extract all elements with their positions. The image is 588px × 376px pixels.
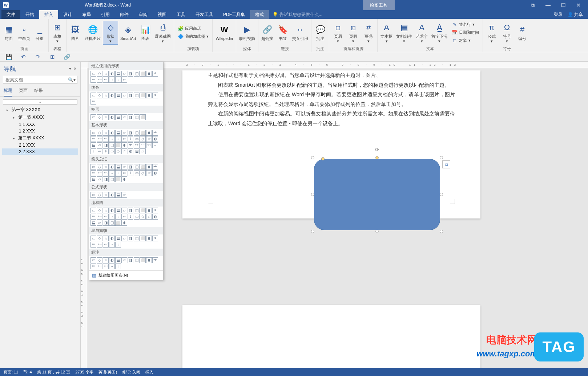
tab-review[interactable]: 审阅 (134, 10, 153, 19)
shape-option[interactable]: ⬵ (90, 99, 96, 105)
shape-option[interactable]: ⬻ (103, 242, 109, 248)
shape-option[interactable]: ⬻ (103, 170, 109, 176)
table-button[interactable]: ⊞表格▾ (50, 21, 65, 45)
shape-option[interactable]: ◇ (97, 130, 102, 136)
nav-close-button[interactable]: ✕ (73, 66, 77, 71)
resize-handle[interactable] (440, 193, 443, 196)
footer-button[interactable]: ⧈页脚▾ (346, 21, 361, 45)
shape-option[interactable]: ⬻ (146, 142, 152, 148)
shape-option[interactable]: ▭ (134, 214, 140, 220)
shape-option[interactable]: ⬻ (103, 263, 109, 269)
shape-option[interactable]: ▭ (90, 164, 96, 170)
tab-pdf-tools[interactable]: PDF工具集 (218, 10, 250, 19)
shape-option[interactable]: ⬜ (115, 220, 121, 226)
tree-item[interactable]: 1.1 XXX (2, 121, 78, 128)
shape-option[interactable]: ⇐ (121, 77, 127, 83)
shape-option[interactable]: ⬜ (140, 114, 146, 120)
shape-option[interactable]: ⇓ (103, 148, 109, 154)
tab-developer[interactable]: 开发工具 (190, 10, 218, 19)
shape-option[interactable]: ▭ (109, 148, 115, 154)
shape-option[interactable]: ▭ (90, 71, 96, 77)
shape-option[interactable]: ⬮ (146, 236, 152, 241)
shape-option[interactable]: ◇ (97, 114, 102, 120)
shape-option[interactable]: ▱ (121, 114, 127, 120)
tree-item[interactable]: 2.1 XXX (2, 142, 78, 148)
shape-option[interactable]: ↓ (115, 263, 121, 269)
shape-option[interactable]: ◫ (134, 93, 140, 98)
save-button[interactable]: 💾 (4, 53, 13, 61)
tree-item[interactable]: ▸第一章 XXXXX (2, 106, 78, 114)
signature-line-button[interactable]: ✎签名行 ▾ (450, 21, 481, 29)
resize-handle[interactable] (311, 156, 314, 159)
shape-option[interactable]: ⬜ (140, 93, 146, 98)
shape-option[interactable]: ↓ (90, 148, 96, 154)
shape-option[interactable]: ◐ (109, 93, 115, 98)
shape-option[interactable]: ◐ (109, 71, 115, 77)
shape-option[interactable]: ▱ (121, 257, 127, 263)
shape-option[interactable]: ⬸ (97, 263, 102, 269)
wikipedia-button[interactable]: WWikipedia (214, 21, 234, 45)
shape-option[interactable]: ⬵ (134, 142, 140, 148)
shape-option[interactable]: ◇ (97, 164, 102, 170)
shape-option[interactable]: ↓ (115, 242, 121, 248)
maximize-button[interactable]: ☐ (556, 0, 571, 10)
shape-option[interactable]: ▭ (90, 130, 96, 136)
shape-option[interactable]: ⬮ (146, 208, 152, 213)
tab-home[interactable]: 开始 (20, 10, 39, 19)
nav-collapse-button[interactable]: ▴ (3, 99, 77, 105)
shape-option[interactable]: ◇ (140, 214, 146, 220)
shape-option[interactable]: ◫ (134, 71, 140, 77)
shape-option[interactable]: ⬜ (140, 164, 146, 170)
cross-reference-button[interactable]: ↔交叉引用 (291, 21, 310, 45)
shape-option[interactable]: ☆ (103, 192, 109, 198)
shape-option[interactable]: ⬓ (90, 142, 96, 148)
shape-option[interactable]: ◇ (97, 257, 102, 263)
next-page[interactable] (182, 305, 480, 368)
shape-option[interactable]: ↓ (115, 170, 121, 176)
shape-option[interactable]: ▭ (90, 93, 96, 98)
shape-option[interactable]: ◫ (134, 236, 140, 241)
resize-handle[interactable] (440, 230, 443, 233)
shape-option[interactable]: ⬲ (152, 236, 158, 241)
shape-option[interactable]: ☆ (103, 164, 109, 170)
shape-option[interactable]: → (109, 77, 115, 83)
nav-tab-results[interactable]: 结果 (34, 87, 43, 96)
shape-option[interactable]: ⬵ (90, 214, 96, 220)
shape-option[interactable]: ⬓ (115, 130, 121, 136)
adjust-handle[interactable] (321, 157, 325, 160)
status-page[interactable]: 页面: 11 (4, 369, 18, 375)
shape-option[interactable]: ⬓ (115, 192, 121, 198)
share-button[interactable]: 👤 共享 (568, 12, 583, 18)
status-mode[interactable]: 插入 (145, 369, 153, 375)
shape-option[interactable]: ▱ (121, 208, 127, 213)
shape-option[interactable]: ⬸ (97, 242, 102, 248)
tab-mailings[interactable]: 邮件 (115, 10, 134, 19)
header-button[interactable]: ⧈页眉▾ (331, 21, 345, 45)
shape-option[interactable]: ◐ (109, 208, 115, 213)
smartart-button[interactable]: ◈SmartArt (119, 21, 137, 45)
shape-option[interactable]: ⬮ (121, 176, 127, 182)
shape-option[interactable]: ⇐ (121, 170, 127, 176)
shape-option[interactable]: ⬲ (152, 130, 158, 136)
quick-parts-button[interactable]: ▤文档部件▾ (395, 21, 414, 45)
shape-option[interactable]: ⬲ (128, 142, 133, 148)
shape-option[interactable]: → (109, 136, 115, 142)
shape-option[interactable]: ⬸ (97, 77, 102, 83)
shape-option[interactable]: ☆ (146, 136, 152, 142)
shape-option[interactable]: ☆ (103, 130, 109, 136)
new-drawing-canvas-link[interactable]: ▦新建绘图画布(N) (89, 270, 163, 280)
resize-handle[interactable] (375, 230, 379, 233)
shape-option[interactable]: ⬓ (115, 257, 121, 263)
shape-option[interactable]: ⬲ (152, 164, 158, 170)
chart-button[interactable]: 📊图表 (138, 21, 153, 45)
cover-page-button[interactable]: ▦封面 (1, 21, 16, 45)
shape-option[interactable]: ▭ (90, 236, 96, 241)
shape-option[interactable]: ⬵ (90, 136, 96, 142)
dropcap-button[interactable]: A̲首字下沉▾ (430, 21, 449, 45)
shape-option[interactable]: ⬓ (90, 220, 96, 226)
status-revisions[interactable]: 修订: 关闭 (122, 369, 140, 375)
shape-option[interactable]: → (109, 170, 115, 176)
shape-option[interactable]: ▱ (140, 148, 146, 154)
shape-option[interactable]: ⬓ (134, 148, 140, 154)
object-button[interactable]: □对象 ▾ (450, 37, 481, 45)
